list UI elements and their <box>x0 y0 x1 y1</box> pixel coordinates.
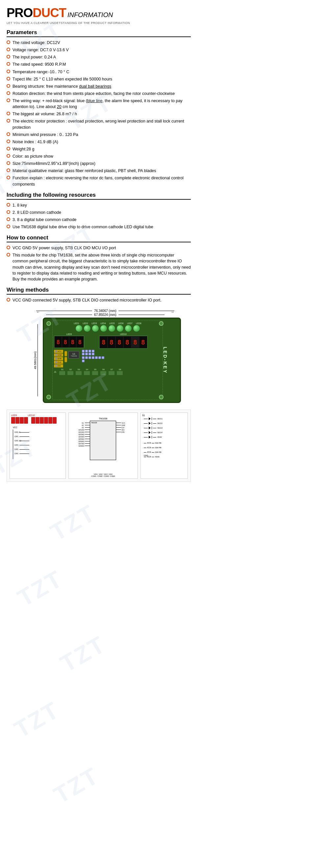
param-text: Temperature range:-10.. 70 ° C <box>12 69 191 75</box>
resource-text: Use TM1638 digital tube drive chip to dr… <box>12 224 191 230</box>
led-label: LED3 <box>90 322 99 324</box>
circuit-right: S1 SEG1 SEG2 <box>140 412 188 479</box>
led-label: LED5 <box>108 322 116 324</box>
list-item: Bearing structure: free maintenance dual… <box>7 84 191 89</box>
resource-text: 2. 8 LED common cathode <box>12 210 191 215</box>
param-text: Weight:28 g <box>12 146 191 152</box>
button-s3[interactable]: S3 <box>75 369 82 375</box>
led-label: LED8 <box>135 322 143 324</box>
param-text: Minimum wind pressure : 0.. 120 Pa <box>12 132 191 137</box>
list-item: Material qualitative material: glass fib… <box>7 168 191 174</box>
j1-label: J1 <box>54 371 56 373</box>
circuit-middle: TM1638 TM1638 K1 K2 K3 GR1/K8 <box>68 412 138 479</box>
page-header: PRODUCT INFORMATION <box>7 6 191 20</box>
button-s7[interactable]: S7 <box>108 369 115 375</box>
bullet-icon <box>7 112 10 115</box>
list-item: The rated speed: 9500 R.P.M <box>7 61 191 67</box>
button-s6[interactable]: S6 <box>100 369 107 375</box>
led-label: LED1 <box>73 322 81 324</box>
parameters-list: The rated voltage: DC12V Voltage range: … <box>7 40 191 187</box>
dimension-side-label2: (mm) <box>33 351 37 358</box>
connect-text: This module for the chip TM1638, set the… <box>12 252 191 282</box>
led-key-label: LED-KEY <box>163 347 168 374</box>
param-text: Color: as picture show <box>12 153 191 159</box>
bullet-icon <box>7 161 10 165</box>
param-text: The rated speed: 9500 R.P.M <box>12 61 191 67</box>
bullet-icon <box>7 154 10 158</box>
list-item: The electric motor protection : overload… <box>7 118 191 130</box>
list-item: Noise index : 41.9 dB (A) <box>7 139 191 145</box>
bullet-icon <box>7 253 10 256</box>
param-text: Size:75mmx48mm/2.95"x1.89"(inch) (approx… <box>12 161 191 166</box>
bullet-icon <box>7 176 10 179</box>
dimension-label-1: 76.34067 (mm) <box>94 309 116 313</box>
button-s1[interactable]: S1 <box>59 369 65 375</box>
section-resources-title: Including the following resources <box>7 192 191 200</box>
param-text: Function explain : electronic reversing … <box>12 175 191 187</box>
list-item: The rated voltage: DC12V <box>7 40 191 45</box>
bullet-icon <box>7 298 10 302</box>
bullet-icon <box>7 62 10 66</box>
param-text: The electric motor protection : overload… <box>12 118 191 130</box>
list-item: The biggest air volume: 26.8 m? / h <box>7 111 191 117</box>
bullet-icon <box>7 132 10 136</box>
list-item: The wiring way: + red-black signal: blue… <box>7 98 191 110</box>
header-pro: PRO <box>7 6 33 20</box>
list-item: Color: as picture show <box>7 153 191 159</box>
connect-list: VCC GND 5V power supply, STB CLK DIO MCU… <box>7 245 191 282</box>
bullet-icon <box>7 246 10 249</box>
board-diagram-section: ← 76.34067 (mm) → 67.85024 (mm) <box>7 309 191 403</box>
list-item: This module for the chip TM1638, set the… <box>7 252 191 282</box>
dimension-top1: ← 76.34067 (mm) → <box>36 309 174 313</box>
led-label: LED2 <box>82 322 89 324</box>
bullet-icon <box>7 140 10 143</box>
list-item: 1. 8 key <box>7 202 191 208</box>
wiring-text: VCC GND connected 5V supply, STB CLK DIO… <box>12 297 191 303</box>
dimension-label-2: 67.85024 (mm) <box>94 313 116 317</box>
list-item: VCC GND 5V power supply, STB CLK DIO MCU… <box>7 245 191 251</box>
param-text: The wiring way: + red-black signal: blue… <box>12 98 191 110</box>
button-s4[interactable]: S4 <box>84 369 90 375</box>
bullet-icon <box>7 203 10 207</box>
param-text: The rated voltage: DC12V <box>12 40 191 45</box>
list-item: Minimum wind pressure : 0.. 120 Pa <box>7 132 191 137</box>
bullet-icon <box>7 40 10 44</box>
list-item: 3. 8 a digital tube common cathode <box>7 217 191 223</box>
button-s8[interactable]: S8 <box>116 369 123 375</box>
led10-label: LED10 <box>120 333 127 335</box>
list-item: Txpect life: 25 ° C L10 when expected li… <box>7 76 191 82</box>
bullet-icon <box>7 70 10 73</box>
list-item: Rotation direction: the wind from stents… <box>7 91 191 97</box>
list-item: The input power: 0.24 A <box>7 54 191 60</box>
param-text: Txpect life: 25 ° C L10 when expected li… <box>12 76 191 82</box>
bullet-icon <box>7 217 10 221</box>
header-subtitle: LET YOU HAVE A CLEARER UNDETSTANDING OF … <box>7 21 191 25</box>
bullet-icon <box>7 48 10 51</box>
param-text: The biggest air volume: 26.8 m? / h <box>12 111 191 117</box>
connect-text: VCC GND 5V power supply, STB CLK DIO MCU… <box>12 245 191 251</box>
led9-label: LED9 <box>66 333 72 335</box>
param-text: Bearing structure: free maintenance dual… <box>12 84 191 89</box>
resources-list: 1. 8 key 2. 8 LED common cathode 3. 8 a … <box>7 202 191 230</box>
u1-chip: U1 TM1638 <box>68 351 79 359</box>
section-wiring-title: Wiring methods <box>7 287 191 294</box>
list-item: Voltage range: DC7.0 V-13.6 V <box>7 47 191 53</box>
button-s5[interactable]: S5 <box>92 369 99 375</box>
bullet-icon <box>7 77 10 81</box>
led-label: LED7 <box>126 322 134 324</box>
param-text: Rotation direction: the wind from stents… <box>12 91 191 97</box>
circuit-left: LED9 LED10 <box>9 412 66 479</box>
section-connect-title: How to connect <box>7 235 191 242</box>
circuit-diagrams-section: LED9 LED10 <box>7 409 191 482</box>
bullet-icon <box>7 225 10 228</box>
list-item: Weight:28 g <box>7 146 191 152</box>
wiring-list: VCC GND connected 5V supply, STB CLK DIO… <box>7 297 191 303</box>
param-text: The input power: 0.24 A <box>12 54 191 60</box>
bullet-icon <box>7 210 10 214</box>
resource-text: 3. 8 a digital tube common cathode <box>12 217 191 223</box>
param-text: Material qualitative material: glass fib… <box>12 168 191 174</box>
bullet-icon <box>7 147 10 150</box>
header-duct: DUCT <box>33 6 66 20</box>
list-item: Size:75mmx48mm/2.95"x1.89"(inch) (approx… <box>7 161 191 166</box>
button-s2[interactable]: S2 <box>67 369 74 375</box>
